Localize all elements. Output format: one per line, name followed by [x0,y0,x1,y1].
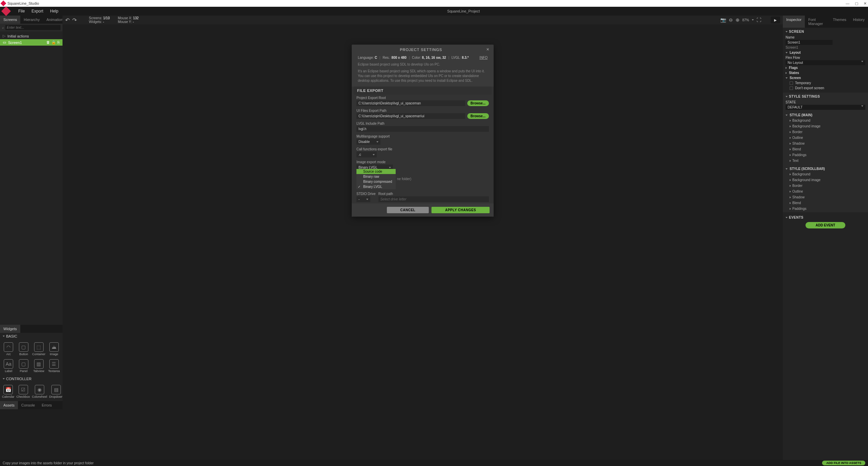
dropdown-option-source-code[interactable]: Source code [356,169,396,174]
name-input[interactable] [786,40,833,45]
style-text[interactable]: Text [786,158,865,164]
style-outline[interactable]: Outline [786,135,865,141]
add-event-button[interactable]: ADD EVENT [805,222,845,228]
style-paddings[interactable]: Paddings [786,206,865,212]
style-main-section[interactable]: STYLE (MAIN) [786,113,865,118]
zoom-out-icon[interactable]: ⊖ [729,17,733,23]
callfn-select[interactable]: .c [356,152,377,157]
dont-export-checkbox[interactable] [790,87,793,90]
add-file-button[interactable]: ADD FILE INTO ASSETS [822,461,865,465]
widget-dropdown[interactable]: ▤Dropdown [49,384,64,400]
chevron-down-icon [366,199,368,200]
widgets-basic-header[interactable]: BASIC [0,333,63,340]
info-link[interactable]: INFO [479,56,488,59]
states-section[interactable]: States [786,70,865,75]
widget-tabview[interactable]: ▥Tabview [31,358,46,374]
fullscreen-icon[interactable]: ⛶ [757,17,761,23]
widget-calendar[interactable]: 📅Calendar [1,384,15,400]
zoom-value[interactable]: 87% [742,18,749,22]
tab-inspector[interactable]: Inspector [783,16,805,28]
widget-checkbox[interactable]: ☑Checkbox [16,384,31,400]
screen-subsection[interactable]: Screen [786,75,865,80]
style-shadow[interactable]: Shadow [786,194,865,200]
dropdown-option-binary-raw[interactable]: Binary raw [356,174,396,179]
style-scrollbar-section[interactable]: STYLE (SCROLLBAR) [786,166,865,171]
delete-icon[interactable]: 🗑 [46,40,50,45]
stdio-drive-select[interactable]: - [356,196,370,202]
tab-hierarchy[interactable]: Hierarchy [20,16,43,24]
state-select[interactable]: DEFAULT [786,105,865,110]
minimize-icon[interactable]: — [846,1,849,6]
style-shadow[interactable]: Shadow [786,141,865,146]
widget-image[interactable]: ⛰Image [47,341,61,357]
menu-help[interactable]: Help [47,9,62,14]
copy-icon[interactable]: ⎘ [57,40,60,45]
lvgl-include-input[interactable]: lvgl.h [356,126,489,132]
temporary-checkbox[interactable] [790,81,793,85]
tab-history[interactable]: History [850,16,868,28]
canvas[interactable]: PROJECT SETTINGS ✕ Language: C | Res.: 8… [63,24,783,460]
tab-console[interactable]: Console [18,401,38,409]
browse-button[interactable]: Browse... [467,113,489,119]
maximize-icon[interactable]: ▢ [855,1,858,6]
dropdown-icon: ▤ [51,385,61,394]
dropdown-option-binary-compressed[interactable]: Binary compressed [356,179,396,184]
zoom-dropdown-icon[interactable] [752,19,754,21]
undo-icon[interactable]: ↶ [65,17,70,23]
widget-label[interactable]: AaLabel [1,358,16,374]
browse-button[interactable]: Browse... [467,100,489,106]
style-background[interactable]: Background [786,118,865,123]
widget-arc[interactable]: ◠Arc [1,341,16,357]
multilang-select[interactable]: Disable [356,139,380,145]
apply-button[interactable]: APPLY CHANGES [431,207,490,213]
menu-file[interactable]: File [15,9,28,14]
screenshot-icon[interactable]: 📷 [720,17,726,23]
close-icon[interactable]: ✕ [864,1,867,6]
widgets-controller-header[interactable]: CONTROLLER [0,375,63,382]
tab-screens[interactable]: Screens [0,16,20,24]
dropdown-option-binary-lvgl[interactable]: ✓Binary LVGL [356,184,396,189]
redo-icon[interactable]: ↷ [72,17,77,23]
cancel-button[interactable]: CANCEL [387,207,429,213]
search-input[interactable] [5,25,60,30]
tree-initial-actions[interactable]: ▷ Initial actions [0,33,63,39]
app-icon [1,1,6,6]
widget-button[interactable]: ▢Button [17,341,31,357]
style-outline[interactable]: Outline [786,189,865,194]
style-background[interactable]: Background [786,171,865,177]
chevron-down-icon [861,105,863,107]
style-background-image[interactable]: Background image [786,123,865,129]
widget-colorwheel[interactable]: ◉Colorwheel [31,384,48,400]
style-border[interactable]: Border [786,183,865,189]
screen-section[interactable]: SCREEN [786,28,865,35]
tab-assets[interactable]: Assets [0,401,18,409]
tab-widgets[interactable]: Widgets [0,325,20,333]
widget-textarea[interactable]: ☰Textarea [47,358,61,374]
tab-themes[interactable]: Themes [829,16,850,28]
zoom-in-icon[interactable]: ⊕ [736,17,740,23]
flags-section[interactable]: Flags [786,65,865,70]
style-blend[interactable]: Blend [786,200,865,206]
flexflow-select[interactable]: No Layout [786,60,865,65]
style-blend[interactable]: Blend [786,146,865,152]
style-settings-section[interactable]: STYLE SETTINGS [786,93,865,100]
tab-font-manager[interactable]: Font Manager [805,16,829,28]
project-export-root-input[interactable]: C:\Users\ziqin\Desktop\lvgl_ui_spaceman [356,100,465,106]
lock-icon[interactable]: 🔒 [51,40,56,45]
widget-panel[interactable]: ▢Panel [17,358,31,374]
modal-close-icon[interactable]: ✕ [486,47,490,52]
layout-section[interactable]: Layout [786,50,865,55]
play-button[interactable]: ▶ [771,17,780,23]
tab-errors[interactable]: Errors [38,401,55,409]
menu-export[interactable]: Export [28,9,47,14]
calendar-icon: 📅 [3,385,13,394]
ui-files-path-input[interactable]: C:\Users\ziqin\Desktop\lvgl_ui_spaceman\… [356,113,465,119]
style-background-image[interactable]: Background image [786,177,865,183]
tree-screen1[interactable]: ▭ Screen1 🗑 🔒 ⎘ [0,39,63,46]
logo-icon [1,6,11,16]
events-section[interactable]: EVENTS [786,214,865,221]
widget-container[interactable]: ⬚Container [31,341,46,357]
style-border[interactable]: Border [786,129,865,135]
root-path-input[interactable]: Select drive letter [378,196,489,202]
style-paddings[interactable]: Paddings [786,152,865,158]
